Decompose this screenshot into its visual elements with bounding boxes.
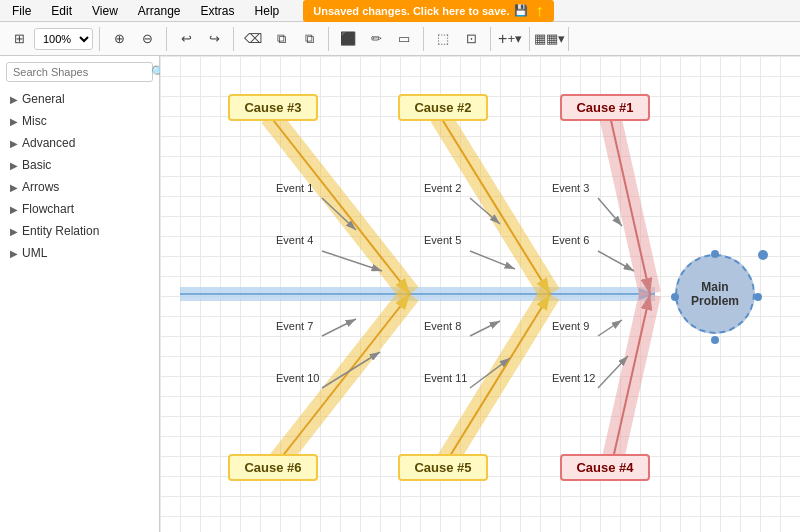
toolbar-history-group [173, 27, 234, 51]
toolbar-arrange-group: ⬚ ⊡ [430, 27, 491, 51]
svg-line-29 [598, 356, 628, 388]
menu-extras[interactable]: Extras [197, 2, 239, 20]
sidebar-label-entity: Entity Relation [22, 224, 99, 238]
chevron-right-icon: ▶ [10, 94, 18, 105]
event2-label: Event 2 [424, 182, 461, 194]
page-button[interactable]: ⊞ [6, 27, 32, 51]
sidebar-item-misc[interactable]: ▶ Misc [0, 110, 159, 132]
sidebar-item-uml[interactable]: ▶ UML [0, 242, 159, 264]
pen-button[interactable] [363, 27, 389, 51]
sidebar-label-flowchart: Flowchart [22, 202, 74, 216]
search-box[interactable]: 🔍 [6, 62, 153, 82]
cause3-box[interactable]: Cause #3 [228, 94, 318, 121]
menu-bar: File Edit View Arrange Extras Help Unsav… [0, 0, 800, 22]
shape-button[interactable]: ▭ [391, 27, 417, 51]
sidebar-label-basic: Basic [22, 158, 51, 172]
sidebar-label-uml: UML [22, 246, 47, 260]
event11-label: Event 11 [424, 372, 467, 384]
copy-button[interactable] [268, 27, 294, 51]
toolbar-edit-group: ⧉ [240, 27, 329, 51]
svg-line-19 [322, 251, 382, 271]
sidebar-label-general: General [22, 92, 65, 106]
fill-button[interactable]: ⬛ [335, 27, 361, 51]
undo-button[interactable] [173, 27, 199, 51]
sidebar-item-entity-relation[interactable]: ▶ Entity Relation [0, 220, 159, 242]
zoom-select[interactable]: 100% 75% 150% [34, 28, 93, 50]
svg-line-16 [610, 294, 650, 472]
sidebar-item-advanced[interactable]: ▶ Advanced [0, 132, 159, 154]
sidebar-item-general[interactable]: ▶ General [0, 88, 159, 110]
event12-label: Event 12 [552, 372, 595, 384]
save-banner[interactable]: Unsaved changes. Click here to save. 💾 ↑ [303, 0, 553, 22]
svg-line-26 [470, 321, 500, 336]
svg-line-10 [610, 116, 650, 294]
menu-help[interactable]: Help [251, 2, 284, 20]
chevron-right-icon: ▶ [10, 138, 18, 149]
insert-button[interactable]: +▾ [497, 27, 523, 51]
toolbar-table-group: ▦▾ [536, 27, 569, 51]
canvas[interactable]: Cause #3 Cause #2 Cause #1 Cause #6 Caus… [160, 56, 800, 532]
svg-line-9 [440, 116, 550, 294]
search-input[interactable] [13, 66, 151, 78]
menu-arrange[interactable]: Arrange [134, 2, 185, 20]
svg-line-24 [322, 319, 356, 336]
svg-line-7 [270, 116, 410, 294]
handle-right[interactable] [754, 293, 762, 301]
save-banner-text: Unsaved changes. Click here to save. [313, 5, 509, 17]
chevron-right-icon: ▶ [10, 248, 18, 259]
cause6-box[interactable]: Cause #6 [228, 454, 318, 481]
event10-label: Event 10 [276, 372, 319, 384]
chevron-right-icon: ▶ [10, 116, 18, 127]
handle-left[interactable] [671, 293, 679, 301]
event8-label: Event 8 [424, 320, 461, 332]
arrange-button[interactable]: ⬚ [430, 27, 456, 51]
menu-file[interactable]: File [8, 2, 35, 20]
svg-line-18 [322, 198, 356, 230]
svg-line-28 [598, 320, 622, 336]
event4-label: Event 4 [276, 234, 313, 246]
toolbar-style-group: ⬛ ▭ [335, 27, 424, 51]
main-problem-circle[interactable]: MainProblem [675, 254, 755, 334]
event5-label: Event 5 [424, 234, 461, 246]
chevron-right-icon: ▶ [10, 182, 18, 193]
main-problem-label: MainProblem [691, 280, 739, 308]
cause5-box[interactable]: Cause #5 [398, 454, 488, 481]
event1-label: Event 1 [276, 182, 313, 194]
menu-view[interactable]: View [88, 2, 122, 20]
redo-button[interactable] [201, 27, 227, 51]
menu-edit[interactable]: Edit [47, 2, 76, 20]
table-button[interactable]: ▦▾ [536, 27, 562, 51]
event7-label: Event 7 [276, 320, 313, 332]
cause1-box[interactable]: Cause #1 [560, 94, 650, 121]
cause2-box[interactable]: Cause #2 [398, 94, 488, 121]
svg-line-22 [598, 198, 622, 226]
handle-top[interactable] [711, 250, 719, 258]
chevron-right-icon: ▶ [10, 226, 18, 237]
svg-line-20 [470, 198, 500, 224]
handle-top-right[interactable] [758, 250, 768, 260]
sidebar-item-arrows[interactable]: ▶ Arrows [0, 176, 159, 198]
arrange2-button[interactable]: ⊡ [458, 27, 484, 51]
svg-line-25 [322, 352, 380, 388]
svg-line-17 [610, 294, 650, 472]
main-layout: 🔍 ▶ General ▶ Misc ▶ Advanced ▶ Basic ▶ … [0, 56, 800, 532]
event9-label: Event 9 [552, 320, 589, 332]
handle-bottom[interactable] [711, 336, 719, 344]
sidebar-item-flowchart[interactable]: ▶ Flowchart [0, 198, 159, 220]
svg-line-11 [610, 116, 650, 294]
save-arrow-icon: ↑ [536, 2, 544, 20]
svg-line-21 [470, 251, 515, 269]
zoom-in-button[interactable] [106, 27, 132, 51]
sidebar-item-basic[interactable]: ▶ Basic [0, 154, 159, 176]
delete-button[interactable] [240, 27, 266, 51]
zoom-out-button[interactable] [134, 27, 160, 51]
cause4-box[interactable]: Cause #4 [560, 454, 650, 481]
event3-label: Event 3 [552, 182, 589, 194]
chevron-right-icon: ▶ [10, 160, 18, 171]
svg-line-27 [470, 358, 510, 388]
toolbar: ⊞ 100% 75% 150% ⧉ ⬛ ▭ ⬚ ⊡ +▾ ▦▾ [0, 22, 800, 56]
svg-line-8 [440, 116, 550, 294]
save-icon: 💾 [514, 4, 528, 17]
duplicate-button[interactable]: ⧉ [296, 27, 322, 51]
sidebar: 🔍 ▶ General ▶ Misc ▶ Advanced ▶ Basic ▶ … [0, 56, 160, 532]
